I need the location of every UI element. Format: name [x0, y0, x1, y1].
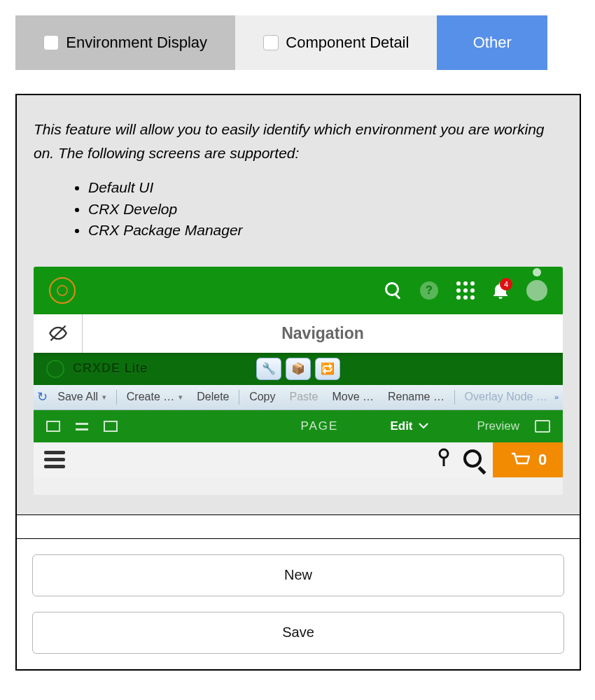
overlay-node-button[interactable]: Overlay Node …: [458, 385, 550, 410]
description-box: This feature will allow you to easily id…: [17, 95, 580, 514]
more-icon[interactable]: »: [550, 393, 563, 401]
feature-description: This feature will allow you to easily id…: [34, 118, 563, 164]
settings-panel: This feature will allow you to easily id…: [15, 94, 581, 671]
tool-chip-icon[interactable]: 🔧: [256, 358, 281, 380]
layout-icon[interactable]: [104, 421, 118, 432]
notification-count: 4: [500, 278, 512, 290]
crxde-logo-icon: [46, 360, 64, 378]
move-button[interactable]: Move …: [325, 385, 381, 410]
example-screenshot: ? 4 Navigation: [34, 267, 563, 495]
tab-label: Component Detail: [286, 34, 409, 52]
rename-button[interactable]: Rename …: [381, 385, 451, 410]
crxde-label: CRXDE Lite: [73, 361, 148, 376]
search-icon[interactable]: [463, 449, 482, 468]
visibility-icon[interactable]: [34, 314, 83, 353]
paste-button: Paste: [283, 385, 326, 410]
crxde-toolbar: ↻ Save All Create … Delete Copy Paste Mo…: [34, 385, 563, 410]
list-item: CRX Develop: [88, 199, 563, 220]
tool-chip-icon[interactable]: 🔁: [315, 358, 340, 380]
location-icon[interactable]: [435, 447, 452, 472]
sliders-icon[interactable]: [76, 420, 88, 433]
edit-mode-dropdown[interactable]: Edit: [390, 419, 428, 433]
avatar-icon[interactable]: [526, 280, 547, 301]
svg-point-2: [440, 449, 448, 458]
aem-header: ? 4: [34, 267, 563, 314]
delete-button[interactable]: Delete: [190, 385, 236, 410]
tool-chip-icon[interactable]: 📦: [286, 358, 311, 380]
list-item: CRX Package Manager: [88, 220, 563, 241]
search-icon[interactable]: [385, 282, 402, 299]
tabs-row: Environment Display Component Detail Oth…: [15, 15, 547, 70]
refresh-icon[interactable]: ↻: [34, 389, 50, 405]
tab-environment-display[interactable]: Environment Display: [15, 15, 235, 70]
save-all-button[interactable]: Save All: [50, 385, 113, 410]
tab-label: Other: [473, 34, 512, 52]
list-item: Default UI: [88, 177, 563, 198]
page-label[interactable]: PAGE: [300, 419, 338, 433]
tab-component-detail[interactable]: Component Detail: [235, 15, 437, 70]
crxde-tool-chips: 🔧 📦 🔁: [256, 358, 340, 380]
panel-divider: [17, 514, 580, 538]
tab-other[interactable]: Other: [437, 15, 547, 70]
annotate-icon[interactable]: [535, 420, 550, 433]
preview-button[interactable]: Preview: [477, 419, 519, 433]
supported-list: Default UI CRX Develop CRX Package Manag…: [34, 177, 563, 241]
navigation-bar: Navigation: [34, 314, 563, 353]
copy-button[interactable]: Copy: [242, 385, 282, 410]
menu-icon[interactable]: [34, 451, 76, 468]
create-button[interactable]: Create …: [120, 385, 190, 410]
cart-button[interactable]: 0: [493, 442, 563, 477]
new-button[interactable]: New: [32, 554, 564, 596]
notifications-icon[interactable]: 4: [493, 282, 508, 299]
apps-grid-icon[interactable]: [456, 281, 475, 300]
panel-icon[interactable]: [46, 421, 60, 432]
help-icon[interactable]: ?: [420, 281, 438, 300]
action-buttons: New Save: [17, 538, 580, 669]
crxde-bar: CRXDE Lite 🔧 📦 🔁: [34, 353, 563, 385]
checkbox-icon[interactable]: [43, 35, 59, 50]
editor-actionbar: PAGE Edit Preview: [34, 410, 563, 442]
checkbox-icon[interactable]: [263, 35, 279, 50]
site-header-strip: 0: [34, 442, 563, 477]
svg-point-0: [57, 286, 67, 295]
tab-label: Environment Display: [66, 34, 207, 52]
save-button[interactable]: Save: [32, 612, 564, 654]
navigation-title: Navigation: [83, 324, 563, 343]
logo-icon: [49, 277, 76, 304]
cart-count: 0: [538, 451, 547, 469]
